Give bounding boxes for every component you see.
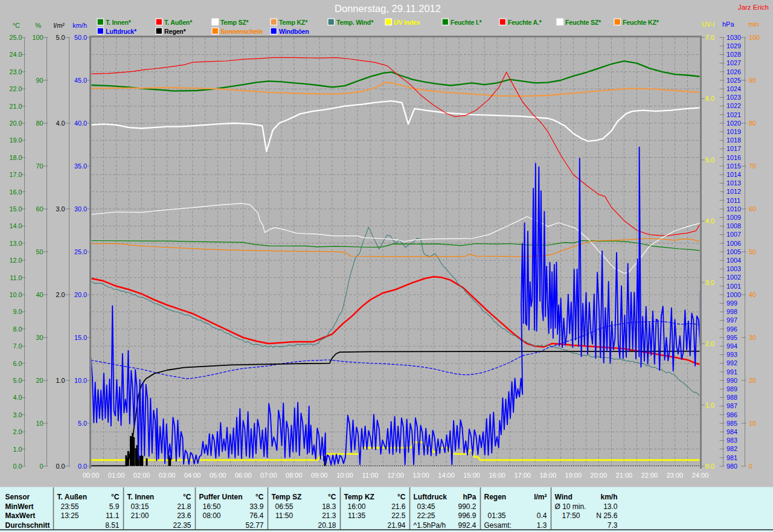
svg-text:991: 991 bbox=[726, 368, 737, 376]
svg-text:hPa: hPa bbox=[463, 493, 476, 501]
svg-text:Feuchte KZ*: Feuchte KZ* bbox=[623, 19, 659, 26]
svg-text:6.0: 6.0 bbox=[13, 360, 22, 367]
svg-text:52.77: 52.77 bbox=[245, 521, 263, 530]
svg-text:UV-I: UV-I bbox=[702, 21, 714, 28]
svg-text:21.94: 21.94 bbox=[387, 521, 405, 530]
svg-text:989: 989 bbox=[726, 385, 737, 393]
svg-text:2.0: 2.0 bbox=[13, 428, 22, 435]
svg-text:T. Innen: T. Innen bbox=[127, 493, 155, 501]
svg-text:Regen: Regen bbox=[484, 493, 507, 501]
svg-text:6.0: 6.0 bbox=[705, 95, 714, 102]
svg-text:1.0: 1.0 bbox=[13, 446, 22, 453]
svg-text:5.0: 5.0 bbox=[705, 156, 714, 164]
svg-text:Luftdruck*: Luftdruck* bbox=[106, 28, 137, 35]
svg-text:20: 20 bbox=[749, 377, 756, 384]
svg-text:986: 986 bbox=[726, 411, 737, 418]
svg-text:18.0: 18.0 bbox=[9, 154, 22, 161]
svg-text:1016: 1016 bbox=[726, 154, 741, 161]
svg-text:22:25: 22:25 bbox=[417, 511, 435, 520]
svg-text:03:00: 03:00 bbox=[159, 472, 176, 479]
svg-text:20: 20 bbox=[36, 377, 43, 384]
svg-text:11:00: 11:00 bbox=[362, 472, 379, 479]
svg-text:100: 100 bbox=[32, 34, 43, 41]
svg-text:1001: 1001 bbox=[726, 283, 741, 290]
svg-text:70: 70 bbox=[749, 162, 756, 170]
svg-text:996: 996 bbox=[726, 325, 737, 333]
svg-text:30.0: 30.0 bbox=[74, 205, 87, 213]
svg-text:998: 998 bbox=[726, 308, 737, 315]
svg-text:1018: 1018 bbox=[726, 136, 741, 144]
svg-text:°C: °C bbox=[183, 493, 191, 501]
svg-text:hPa: hPa bbox=[722, 21, 734, 28]
svg-text:22.35: 22.35 bbox=[173, 521, 191, 530]
svg-text:04:00: 04:00 bbox=[184, 472, 201, 479]
svg-text:0.0: 0.0 bbox=[78, 463, 87, 470]
svg-text:MinWert: MinWert bbox=[5, 502, 34, 511]
svg-text:Puffer Unten: Puffer Unten bbox=[199, 493, 243, 501]
svg-text:Jarz Erich: Jarz Erich bbox=[738, 4, 769, 11]
svg-text:14:00: 14:00 bbox=[438, 472, 455, 479]
svg-text:1028: 1028 bbox=[726, 51, 741, 58]
svg-text:1020: 1020 bbox=[726, 120, 741, 127]
svg-text:13:00: 13:00 bbox=[412, 472, 429, 479]
svg-text:^1.5hPa/h: ^1.5hPa/h bbox=[414, 521, 446, 530]
svg-text:1026: 1026 bbox=[726, 68, 741, 75]
svg-text:%: % bbox=[35, 22, 41, 29]
svg-text:Temp. Wind*: Temp. Wind* bbox=[336, 19, 374, 26]
svg-text:Feuchte SZ*: Feuchte SZ* bbox=[565, 19, 601, 26]
svg-text:21.0: 21.0 bbox=[9, 103, 22, 110]
svg-text:40: 40 bbox=[749, 291, 756, 298]
svg-text:05:00: 05:00 bbox=[210, 472, 226, 479]
svg-text:987: 987 bbox=[726, 402, 737, 409]
svg-text:5.0: 5.0 bbox=[13, 377, 22, 384]
svg-text:35.0: 35.0 bbox=[74, 162, 87, 170]
svg-text:1004: 1004 bbox=[726, 257, 741, 264]
svg-text:1003: 1003 bbox=[726, 265, 741, 272]
svg-text:Temp KZ*: Temp KZ* bbox=[279, 19, 308, 26]
svg-text:Donnerstag, 29.11.2012: Donnerstag, 29.11.2012 bbox=[335, 3, 441, 14]
svg-text:Regen*: Regen* bbox=[164, 28, 186, 35]
svg-text:km/h: km/h bbox=[600, 493, 617, 501]
svg-text:3.0: 3.0 bbox=[705, 279, 714, 286]
svg-text:1007: 1007 bbox=[726, 231, 741, 238]
svg-text:MaxWert: MaxWert bbox=[5, 511, 36, 520]
svg-text:12:00: 12:00 bbox=[387, 472, 404, 479]
svg-text:11:50: 11:50 bbox=[275, 511, 293, 520]
svg-text:1.0: 1.0 bbox=[56, 377, 65, 384]
svg-text:°C: °C bbox=[111, 493, 120, 501]
svg-text:1006: 1006 bbox=[726, 240, 741, 247]
svg-text:1021: 1021 bbox=[726, 111, 741, 118]
svg-text:1013: 1013 bbox=[726, 179, 741, 187]
svg-text:11.0: 11.0 bbox=[10, 274, 22, 281]
svg-text:1029: 1029 bbox=[726, 42, 741, 50]
svg-text:20.0: 20.0 bbox=[74, 291, 87, 298]
svg-text:16:50: 16:50 bbox=[202, 502, 220, 511]
svg-text:16:00: 16:00 bbox=[489, 472, 505, 479]
svg-text:80: 80 bbox=[749, 120, 756, 127]
svg-text:5.0: 5.0 bbox=[56, 34, 65, 41]
svg-text:997: 997 bbox=[726, 316, 737, 324]
svg-text:8.0: 8.0 bbox=[13, 325, 22, 333]
svg-text:21:00: 21:00 bbox=[130, 511, 149, 520]
svg-text:9.0: 9.0 bbox=[13, 308, 22, 315]
svg-text:1012: 1012 bbox=[726, 188, 741, 195]
svg-text:°C: °C bbox=[255, 493, 264, 501]
svg-text:23:55: 23:55 bbox=[60, 502, 79, 511]
svg-text:18:00: 18:00 bbox=[539, 472, 556, 479]
svg-text:4.0: 4.0 bbox=[705, 217, 714, 225]
svg-text:1017: 1017 bbox=[726, 145, 741, 152]
svg-text:2.0: 2.0 bbox=[56, 291, 65, 298]
svg-text:15:00: 15:00 bbox=[463, 472, 480, 479]
svg-text:7.0: 7.0 bbox=[13, 342, 22, 350]
svg-text:17:00: 17:00 bbox=[514, 472, 531, 479]
svg-text:993: 993 bbox=[726, 351, 737, 358]
svg-text:4.0: 4.0 bbox=[56, 120, 65, 127]
svg-text:5.9: 5.9 bbox=[109, 502, 120, 511]
svg-text:19:00: 19:00 bbox=[565, 472, 582, 479]
svg-text:01:00: 01:00 bbox=[108, 472, 125, 479]
svg-text:17:50: 17:50 bbox=[562, 511, 580, 520]
svg-text:1000: 1000 bbox=[726, 291, 741, 298]
svg-text:08:00: 08:00 bbox=[202, 511, 220, 520]
svg-text:1022: 1022 bbox=[726, 102, 741, 109]
svg-text:4.0: 4.0 bbox=[13, 394, 22, 401]
